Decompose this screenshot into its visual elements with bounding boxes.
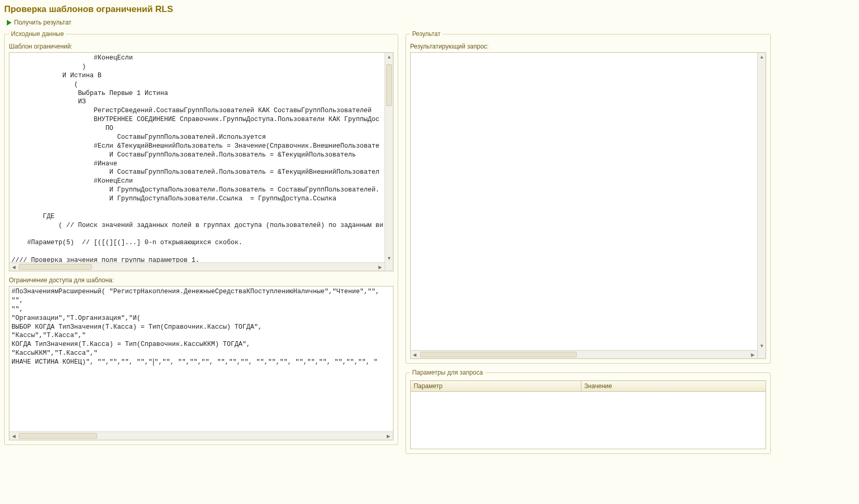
play-icon (6, 20, 12, 26)
page-title: Проверка шаблонов ограничений RLS (4, 4, 855, 15)
params-group: Параметры для запроса Параметр Значение (405, 369, 771, 454)
access-hscroll[interactable]: ◀ ▶ (9, 431, 393, 440)
source-legend: Исходные данные (9, 30, 66, 38)
scroll-thumb[interactable] (19, 264, 92, 270)
template-editor[interactable]: #КонецЕсли ) И Истина В ( Выбрать Первые… (9, 52, 393, 271)
access-label: Ограничение доступа для шаблона: (9, 277, 393, 284)
scroll-right-icon[interactable]: ▶ (376, 263, 385, 271)
toolbar: Получить результат (4, 18, 855, 27)
params-legend: Параметры для запроса (410, 369, 485, 376)
scroll-right-icon[interactable]: ▶ (385, 432, 393, 440)
result-viewer[interactable]: ▲ ▼ ◀ ▶ (410, 52, 766, 359)
source-group: Исходные данные Шаблон ограничений: #Кон… (4, 30, 398, 445)
scroll-thumb[interactable] (420, 352, 577, 357)
template-hscroll[interactable]: ◀ ▶ (9, 262, 385, 271)
result-code (411, 53, 766, 350)
template-code[interactable]: #КонецЕсли ) И Истина В ( Выбрать Первые… (9, 53, 393, 262)
svg-marker-0 (7, 20, 11, 26)
scroll-thumb[interactable] (19, 433, 97, 439)
result-legend: Результат (410, 30, 443, 38)
result-hscroll[interactable]: ◀ ▶ (411, 350, 757, 358)
scroll-up-icon[interactable]: ▲ (385, 53, 393, 61)
scroll-down-icon[interactable]: ▼ (758, 342, 766, 350)
result-label: Результатирующий запрос: (410, 43, 766, 50)
scroll-left-icon[interactable]: ◀ (9, 263, 18, 271)
run-button-label: Получить результат (14, 19, 71, 26)
params-body[interactable] (410, 392, 766, 449)
template-label: Шаблон ограничений: (9, 43, 393, 50)
result-vscroll[interactable]: ▲ ▼ (757, 53, 766, 350)
scroll-left-icon[interactable]: ◀ (9, 432, 18, 440)
params-table[interactable]: Параметр Значение (410, 380, 766, 392)
access-code[interactable]: #ПоЗначениямРасширенный( "РегистрНакопле… (9, 286, 393, 431)
result-group: Результат Результатирующий запрос: ▲ ▼ ◀… (405, 30, 771, 364)
params-col-param[interactable]: Параметр (410, 381, 581, 392)
access-editor[interactable]: #ПоЗначениямРасширенный( "РегистрНакопле… (9, 286, 393, 440)
scroll-down-icon[interactable]: ▼ (385, 254, 393, 262)
scroll-left-icon[interactable]: ◀ (411, 351, 419, 359)
run-button[interactable]: Получить результат (4, 18, 74, 27)
scroll-up-icon[interactable]: ▲ (758, 53, 766, 61)
template-vscroll[interactable]: ▲ ▼ (385, 53, 393, 262)
text-caret (153, 358, 154, 366)
scroll-right-icon[interactable]: ▶ (749, 351, 757, 359)
scroll-thumb[interactable] (386, 64, 392, 106)
params-col-value[interactable]: Значение (581, 381, 766, 392)
